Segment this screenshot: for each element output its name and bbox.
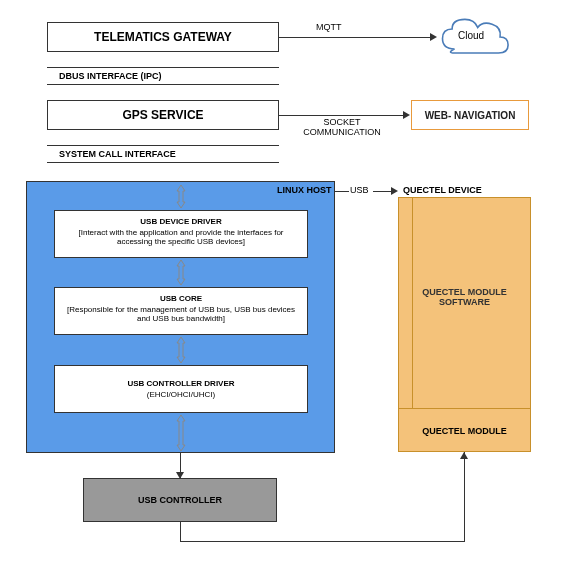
mqtt-line xyxy=(279,37,432,38)
usb-device-driver-box: USB DEVICE DRIVER [Interact with the app… xyxy=(54,210,308,258)
usb-controller-driver-box: USB CONTROLLER DRIVER (EHCI/OHCI/UHCI) xyxy=(54,365,308,413)
arrow-top-to-driver xyxy=(175,183,187,210)
telematics-gateway-box: TELEMATICS GATEWAY xyxy=(47,22,279,52)
quectel-device-label: QUECTEL DEVICE xyxy=(403,185,482,195)
usb-label: USB xyxy=(350,185,369,195)
gps-service-box: GPS SERVICE xyxy=(47,100,279,130)
system-call-label: SYSTEM CALL INTERFACE xyxy=(47,145,279,163)
usb-controller-driver-desc: (EHCI/OHCI/UHCI) xyxy=(61,390,301,399)
linux-to-usbctrl-arrowhead xyxy=(176,472,184,479)
usb-core-box: USB CORE [Responsible for the management… xyxy=(54,287,308,335)
socket-label: SOCKET COMMUNICATION xyxy=(302,118,382,138)
usbctrl-to-quectel-arrowhead xyxy=(460,452,468,459)
linux-host-label: LINUX HOST xyxy=(275,185,334,195)
quectel-module-box: QUECTEL MODULE xyxy=(398,408,531,452)
mqtt-label: MQTT xyxy=(316,22,342,32)
usb-line-2 xyxy=(373,191,393,192)
socket-arrowhead xyxy=(403,111,410,119)
usb-arrowhead xyxy=(391,187,398,195)
usb-controller-driver-title: USB CONTROLLER DRIVER xyxy=(61,379,301,388)
arrow-ctrl-driver-out xyxy=(175,413,187,453)
usb-core-title: USB CORE xyxy=(61,294,301,303)
quectel-module-software-label: QUECTEL MODULE SOFTWARE xyxy=(413,287,516,307)
cloud-label: Cloud xyxy=(458,30,484,41)
web-navigation-box: WEB- NAVIGATION xyxy=(411,100,529,130)
usbctrl-horiz-line xyxy=(180,541,464,542)
usb-device-driver-desc: [Interact with the application and provi… xyxy=(78,228,283,246)
socket-line xyxy=(279,115,405,116)
usb-line-1 xyxy=(335,191,349,192)
usb-controller-box: USB CONTROLLER xyxy=(83,478,277,522)
dbus-interface-label: DBUS INTERFACE (IPC) xyxy=(47,67,279,85)
quectel-divider xyxy=(412,197,413,408)
usbctrl-up-line xyxy=(464,452,465,542)
arrow-core-to-ctrl-driver xyxy=(175,335,187,365)
arrow-driver-to-core xyxy=(175,258,187,287)
usbctrl-down-line xyxy=(180,522,181,542)
usb-device-driver-title: USB DEVICE DRIVER xyxy=(61,217,301,226)
usb-core-desc: [Responsible for the management of USB b… xyxy=(67,305,295,323)
